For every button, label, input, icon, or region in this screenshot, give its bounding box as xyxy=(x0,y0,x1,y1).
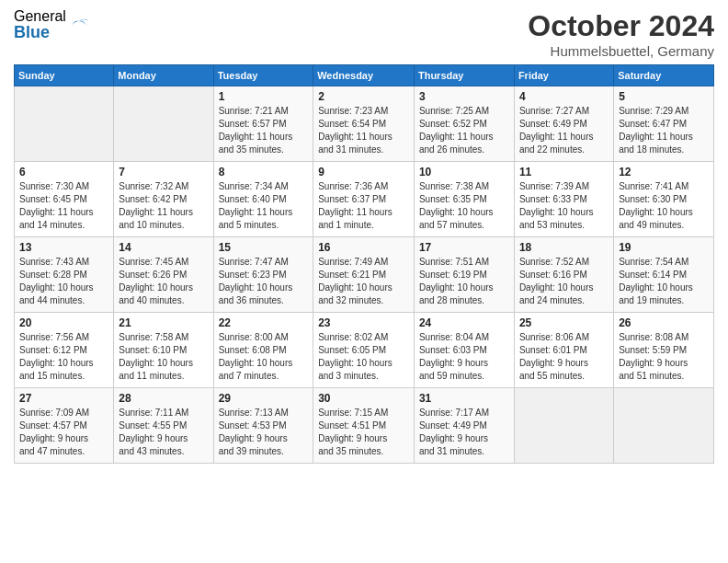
day-number: 2 xyxy=(318,90,409,103)
header-friday: Friday xyxy=(514,65,613,86)
day-number: 12 xyxy=(619,166,709,178)
table-row: 31Sunrise: 7:17 AM Sunset: 4:49 PM Dayli… xyxy=(414,388,514,464)
day-info: Sunrise: 7:15 AM Sunset: 4:51 PM Dayligh… xyxy=(318,407,409,458)
day-info: Sunrise: 7:21 AM Sunset: 6:57 PM Dayligh… xyxy=(219,105,309,156)
title-block: October 2024 Hummelsbuettel, Germany xyxy=(528,9,714,59)
day-number: 21 xyxy=(119,316,208,329)
page: General Blue October 2024 Hummelsbuettel… xyxy=(0,0,728,563)
day-number: 25 xyxy=(519,316,609,329)
table-row: 12Sunrise: 7:41 AM Sunset: 6:30 PM Dayli… xyxy=(614,162,714,237)
day-number: 11 xyxy=(519,166,609,178)
day-number: 23 xyxy=(318,316,409,329)
day-number: 19 xyxy=(619,241,709,254)
day-number: 24 xyxy=(419,316,509,329)
day-info: Sunrise: 7:11 AM Sunset: 4:55 PM Dayligh… xyxy=(119,407,208,458)
subtitle: Hummelsbuettel, Germany xyxy=(528,43,714,59)
day-number: 22 xyxy=(219,316,309,329)
day-number: 16 xyxy=(318,241,409,254)
day-number: 6 xyxy=(19,166,108,178)
day-info: Sunrise: 7:34 AM Sunset: 6:40 PM Dayligh… xyxy=(219,180,309,232)
day-info: Sunrise: 7:56 AM Sunset: 6:12 PM Dayligh… xyxy=(19,331,108,383)
header: General Blue October 2024 Hummelsbuettel… xyxy=(14,9,714,59)
day-info: Sunrise: 7:09 AM Sunset: 4:57 PM Dayligh… xyxy=(19,407,108,458)
day-number: 31 xyxy=(419,392,509,405)
table-row xyxy=(15,86,114,162)
day-info: Sunrise: 7:25 AM Sunset: 6:52 PM Dayligh… xyxy=(419,105,509,156)
day-number: 10 xyxy=(419,166,509,178)
table-row: 8Sunrise: 7:34 AM Sunset: 6:40 PM Daylig… xyxy=(213,162,313,237)
calendar: Sunday Monday Tuesday Wednesday Thursday… xyxy=(14,64,714,464)
day-info: Sunrise: 8:04 AM Sunset: 6:03 PM Dayligh… xyxy=(419,331,509,383)
table-row: 4Sunrise: 7:27 AM Sunset: 6:49 PM Daylig… xyxy=(514,86,613,162)
day-number: 26 xyxy=(619,316,709,329)
day-info: Sunrise: 7:23 AM Sunset: 6:54 PM Dayligh… xyxy=(318,105,409,156)
day-info: Sunrise: 7:41 AM Sunset: 6:30 PM Dayligh… xyxy=(619,180,709,232)
main-title: October 2024 xyxy=(528,9,714,43)
day-number: 7 xyxy=(119,166,208,178)
day-info: Sunrise: 8:06 AM Sunset: 6:01 PM Dayligh… xyxy=(519,331,609,383)
day-number: 30 xyxy=(318,392,409,405)
day-info: Sunrise: 7:17 AM Sunset: 4:49 PM Dayligh… xyxy=(419,407,509,458)
day-number: 5 xyxy=(619,90,709,103)
day-info: Sunrise: 7:30 AM Sunset: 6:45 PM Dayligh… xyxy=(19,180,108,232)
header-wednesday: Wednesday xyxy=(313,65,415,86)
day-number: 9 xyxy=(318,166,409,178)
day-number: 17 xyxy=(419,241,509,254)
day-info: Sunrise: 7:49 AM Sunset: 6:21 PM Dayligh… xyxy=(318,256,409,307)
table-row: 29Sunrise: 7:13 AM Sunset: 4:53 PM Dayli… xyxy=(213,388,313,464)
table-row: 10Sunrise: 7:38 AM Sunset: 6:35 PM Dayli… xyxy=(414,162,514,237)
table-row: 18Sunrise: 7:52 AM Sunset: 6:16 PM Dayli… xyxy=(514,237,613,313)
day-number: 18 xyxy=(519,241,609,254)
header-sunday: Sunday xyxy=(15,65,114,86)
day-number: 15 xyxy=(219,241,309,254)
table-row: 15Sunrise: 7:47 AM Sunset: 6:23 PM Dayli… xyxy=(213,237,313,313)
table-row xyxy=(614,388,714,464)
table-row: 25Sunrise: 8:06 AM Sunset: 6:01 PM Dayli… xyxy=(514,313,613,388)
day-number: 20 xyxy=(19,316,108,329)
table-row: 7Sunrise: 7:32 AM Sunset: 6:42 PM Daylig… xyxy=(114,162,213,237)
table-row: 11Sunrise: 7:39 AM Sunset: 6:33 PM Dayli… xyxy=(514,162,613,237)
day-info: Sunrise: 7:52 AM Sunset: 6:16 PM Dayligh… xyxy=(519,256,609,307)
table-row: 28Sunrise: 7:11 AM Sunset: 4:55 PM Dayli… xyxy=(114,388,213,464)
day-info: Sunrise: 8:00 AM Sunset: 6:08 PM Dayligh… xyxy=(219,331,309,383)
table-row: 19Sunrise: 7:54 AM Sunset: 6:14 PM Dayli… xyxy=(614,237,714,313)
day-number: 29 xyxy=(219,392,309,405)
header-monday: Monday xyxy=(114,65,213,86)
day-info: Sunrise: 7:39 AM Sunset: 6:33 PM Dayligh… xyxy=(519,180,609,232)
table-row: 1Sunrise: 7:21 AM Sunset: 6:57 PM Daylig… xyxy=(213,86,313,162)
day-info: Sunrise: 7:47 AM Sunset: 6:23 PM Dayligh… xyxy=(219,256,309,307)
table-row: 16Sunrise: 7:49 AM Sunset: 6:21 PM Dayli… xyxy=(313,237,415,313)
day-number: 8 xyxy=(219,166,309,178)
header-thursday: Thursday xyxy=(414,65,514,86)
day-number: 27 xyxy=(19,392,108,405)
header-saturday: Saturday xyxy=(614,65,714,86)
day-info: Sunrise: 8:02 AM Sunset: 6:05 PM Dayligh… xyxy=(318,331,409,383)
table-row: 6Sunrise: 7:30 AM Sunset: 6:45 PM Daylig… xyxy=(15,162,114,237)
table-row: 24Sunrise: 8:04 AM Sunset: 6:03 PM Dayli… xyxy=(414,313,514,388)
day-info: Sunrise: 7:29 AM Sunset: 6:47 PM Dayligh… xyxy=(619,105,709,156)
header-tuesday: Tuesday xyxy=(213,65,313,86)
table-row: 13Sunrise: 7:43 AM Sunset: 6:28 PM Dayli… xyxy=(15,237,114,313)
day-info: Sunrise: 7:43 AM Sunset: 6:28 PM Dayligh… xyxy=(19,256,108,307)
day-info: Sunrise: 7:45 AM Sunset: 6:26 PM Dayligh… xyxy=(119,256,208,307)
calendar-week-row: 13Sunrise: 7:43 AM Sunset: 6:28 PM Dayli… xyxy=(15,237,714,313)
table-row: 23Sunrise: 8:02 AM Sunset: 6:05 PM Dayli… xyxy=(313,313,415,388)
day-number: 14 xyxy=(119,241,208,254)
calendar-week-row: 1Sunrise: 7:21 AM Sunset: 6:57 PM Daylig… xyxy=(15,86,714,162)
logo-text: General Blue xyxy=(14,9,66,40)
table-row: 21Sunrise: 7:58 AM Sunset: 6:10 PM Dayli… xyxy=(114,313,213,388)
day-info: Sunrise: 7:51 AM Sunset: 6:19 PM Dayligh… xyxy=(419,256,509,307)
day-info: Sunrise: 7:32 AM Sunset: 6:42 PM Dayligh… xyxy=(119,180,208,232)
table-row: 3Sunrise: 7:25 AM Sunset: 6:52 PM Daylig… xyxy=(414,86,514,162)
table-row: 27Sunrise: 7:09 AM Sunset: 4:57 PM Dayli… xyxy=(15,388,114,464)
table-row: 30Sunrise: 7:15 AM Sunset: 4:51 PM Dayli… xyxy=(313,388,415,464)
logo-general: General xyxy=(14,9,66,24)
day-info: Sunrise: 7:36 AM Sunset: 6:37 PM Dayligh… xyxy=(318,180,409,232)
table-row: 20Sunrise: 7:56 AM Sunset: 6:12 PM Dayli… xyxy=(15,313,114,388)
table-row: 5Sunrise: 7:29 AM Sunset: 6:47 PM Daylig… xyxy=(614,86,714,162)
logo: General Blue xyxy=(14,9,90,40)
table-row xyxy=(514,388,613,464)
day-info: Sunrise: 7:54 AM Sunset: 6:14 PM Dayligh… xyxy=(619,256,709,307)
table-row: 17Sunrise: 7:51 AM Sunset: 6:19 PM Dayli… xyxy=(414,237,514,313)
table-row: 14Sunrise: 7:45 AM Sunset: 6:26 PM Dayli… xyxy=(114,237,213,313)
